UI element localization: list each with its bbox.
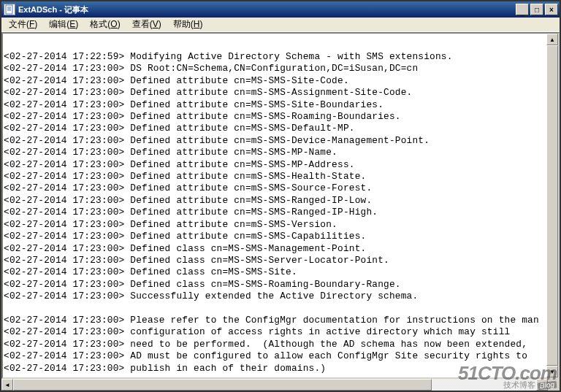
notepad-window: ExtADSch - 记事本 _ □ × 文件(F) 编辑(E) 格式(O) 查… bbox=[1, 1, 560, 391]
menu-edit[interactable]: 编辑(E) bbox=[43, 18, 84, 31]
horizontal-scrollbar[interactable]: ◄ ► bbox=[1, 379, 548, 391]
maximize-button[interactable]: □ bbox=[530, 4, 543, 15]
minimize-button[interactable]: _ bbox=[516, 4, 529, 15]
scroll-thumb-horizontal[interactable] bbox=[13, 379, 432, 391]
menu-view[interactable]: 查看(V) bbox=[126, 18, 167, 31]
scroll-left-button[interactable]: ◄ bbox=[1, 379, 13, 391]
scroll-down-button[interactable]: ▼ bbox=[546, 366, 558, 377]
scroll-right-button[interactable]: ► bbox=[536, 379, 548, 391]
close-button[interactable]: × bbox=[545, 4, 558, 15]
svg-rect-0 bbox=[6, 5, 12, 14]
menu-format[interactable]: 格式(O) bbox=[84, 18, 126, 31]
menubar: 文件(F) 编辑(E) 格式(O) 查看(V) 帮助(H) bbox=[1, 18, 560, 32]
menu-help[interactable]: 帮助(H) bbox=[167, 18, 209, 31]
vertical-scrollbar[interactable]: ▲ ▼ bbox=[546, 34, 558, 377]
scroll-track-horizontal[interactable] bbox=[13, 379, 536, 391]
menu-file[interactable]: 文件(F) bbox=[3, 18, 43, 31]
text-editor[interactable]: <02-27-2014 17:22:59> Modifying Active D… bbox=[3, 34, 546, 377]
window-title: ExtADSch - 记事本 bbox=[18, 4, 516, 15]
scroll-thumb-vertical[interactable] bbox=[546, 45, 558, 366]
scroll-corner bbox=[548, 379, 560, 391]
titlebar[interactable]: ExtADSch - 记事本 _ □ × bbox=[1, 1, 560, 18]
window-controls: _ □ × bbox=[516, 4, 560, 15]
app-icon bbox=[4, 4, 15, 15]
scroll-up-button[interactable]: ▲ bbox=[546, 34, 558, 45]
scroll-track-vertical[interactable] bbox=[546, 45, 558, 366]
client-area: <02-27-2014 17:22:59> Modifying Active D… bbox=[1, 32, 560, 379]
